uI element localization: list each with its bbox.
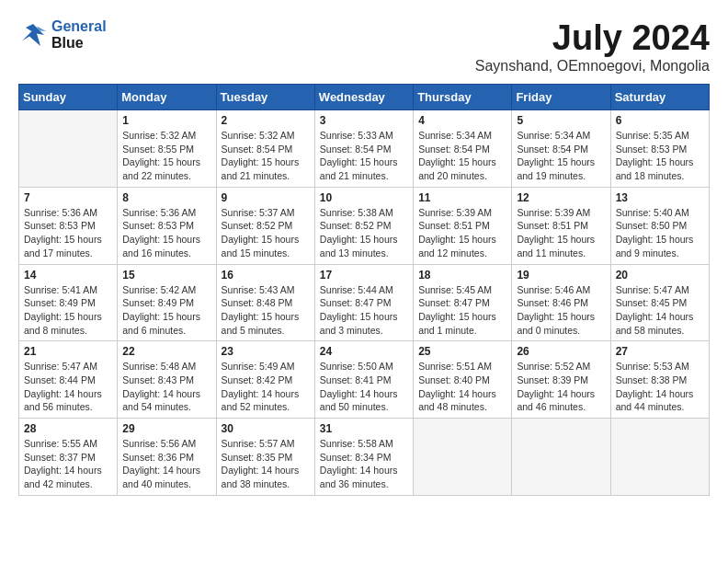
- day-info: Sunrise: 5:32 AM Sunset: 8:55 PM Dayligh…: [122, 129, 210, 183]
- calendar-table: SundayMondayTuesdayWednesdayThursdayFrid…: [18, 84, 710, 496]
- day-info: Sunrise: 5:52 AM Sunset: 8:39 PM Dayligh…: [517, 360, 605, 414]
- day-info: Sunrise: 5:45 AM Sunset: 8:47 PM Dayligh…: [418, 283, 506, 338]
- week-row-5: 28Sunrise: 5:55 AM Sunset: 8:37 PM Dayli…: [19, 419, 710, 496]
- day-number: 23: [222, 345, 310, 358]
- day-info: Sunrise: 5:34 AM Sunset: 8:54 PM Dayligh…: [517, 129, 605, 183]
- day-cell: 1Sunrise: 5:32 AM Sunset: 8:55 PM Daylig…: [118, 110, 216, 188]
- day-info: Sunrise: 5:58 AM Sunset: 8:34 PM Dayligh…: [320, 437, 408, 491]
- day-cell: 23Sunrise: 5:49 AM Sunset: 8:42 PM Dayli…: [216, 341, 314, 419]
- day-number: 1: [122, 114, 210, 127]
- page-header: General Blue July 2024 Saynshand, OEmnoe…: [18, 18, 710, 75]
- day-number: 31: [320, 422, 408, 435]
- day-cell: 29Sunrise: 5:56 AM Sunset: 8:36 PM Dayli…: [118, 419, 216, 496]
- day-number: 22: [122, 345, 210, 358]
- day-info: Sunrise: 5:51 AM Sunset: 8:40 PM Dayligh…: [418, 360, 506, 414]
- day-number: 21: [24, 345, 112, 358]
- day-cell: 3Sunrise: 5:33 AM Sunset: 8:54 PM Daylig…: [314, 110, 413, 188]
- column-header-wednesday: Wednesday: [314, 85, 413, 110]
- day-number: 15: [122, 269, 210, 282]
- day-info: Sunrise: 5:55 AM Sunset: 8:37 PM Dayligh…: [24, 437, 112, 491]
- day-info: Sunrise: 5:44 AM Sunset: 8:47 PM Dayligh…: [320, 283, 408, 338]
- logo-blue: Blue: [51, 35, 107, 52]
- day-number: 10: [320, 191, 408, 204]
- day-number: 24: [320, 345, 408, 358]
- day-info: Sunrise: 5:38 AM Sunset: 8:52 PM Dayligh…: [320, 206, 408, 260]
- day-cell: 7Sunrise: 5:36 AM Sunset: 8:53 PM Daylig…: [19, 187, 118, 264]
- day-number: 6: [616, 114, 704, 127]
- day-cell: 16Sunrise: 5:43 AM Sunset: 8:48 PM Dayli…: [216, 264, 314, 341]
- day-cell: 30Sunrise: 5:57 AM Sunset: 8:35 PM Dayli…: [216, 419, 314, 496]
- day-info: Sunrise: 5:46 AM Sunset: 8:46 PM Dayligh…: [517, 283, 605, 338]
- day-number: 13: [616, 191, 704, 204]
- day-info: Sunrise: 5:36 AM Sunset: 8:53 PM Dayligh…: [24, 206, 112, 260]
- day-cell: [19, 110, 118, 188]
- day-info: Sunrise: 5:37 AM Sunset: 8:52 PM Dayligh…: [222, 206, 310, 260]
- week-row-4: 21Sunrise: 5:47 AM Sunset: 8:44 PM Dayli…: [19, 341, 710, 419]
- column-header-tuesday: Tuesday: [216, 85, 314, 110]
- day-info: Sunrise: 5:33 AM Sunset: 8:54 PM Dayligh…: [320, 129, 408, 183]
- day-info: Sunrise: 5:57 AM Sunset: 8:35 PM Dayligh…: [222, 437, 310, 491]
- column-header-friday: Friday: [512, 85, 610, 110]
- day-number: 4: [418, 114, 506, 127]
- day-cell: 31Sunrise: 5:58 AM Sunset: 8:34 PM Dayli…: [314, 419, 413, 496]
- day-info: Sunrise: 5:41 AM Sunset: 8:49 PM Dayligh…: [24, 283, 112, 338]
- day-number: 30: [222, 422, 310, 435]
- week-row-3: 14Sunrise: 5:41 AM Sunset: 8:49 PM Dayli…: [19, 264, 710, 341]
- day-info: Sunrise: 5:39 AM Sunset: 8:51 PM Dayligh…: [517, 206, 605, 260]
- day-info: Sunrise: 5:39 AM Sunset: 8:51 PM Dayligh…: [418, 206, 506, 260]
- day-cell: 19Sunrise: 5:46 AM Sunset: 8:46 PM Dayli…: [512, 264, 610, 341]
- column-header-thursday: Thursday: [414, 85, 512, 110]
- day-cell: [512, 419, 610, 496]
- day-info: Sunrise: 5:47 AM Sunset: 8:44 PM Dayligh…: [24, 360, 112, 414]
- day-cell: 6Sunrise: 5:35 AM Sunset: 8:53 PM Daylig…: [610, 110, 709, 188]
- day-number: 17: [320, 269, 408, 282]
- day-number: 27: [616, 345, 704, 358]
- day-number: 2: [222, 114, 310, 127]
- column-header-saturday: Saturday: [610, 85, 709, 110]
- day-info: Sunrise: 5:43 AM Sunset: 8:48 PM Dayligh…: [222, 283, 310, 338]
- day-cell: 10Sunrise: 5:38 AM Sunset: 8:52 PM Dayli…: [314, 187, 413, 264]
- day-cell: 9Sunrise: 5:37 AM Sunset: 8:52 PM Daylig…: [216, 187, 314, 264]
- day-cell: 28Sunrise: 5:55 AM Sunset: 8:37 PM Dayli…: [19, 419, 118, 496]
- day-number: 9: [222, 191, 310, 204]
- day-number: 11: [418, 191, 506, 204]
- day-cell: 4Sunrise: 5:34 AM Sunset: 8:54 PM Daylig…: [414, 110, 512, 188]
- day-cell: 15Sunrise: 5:42 AM Sunset: 8:49 PM Dayli…: [118, 264, 216, 341]
- day-cell: 12Sunrise: 5:39 AM Sunset: 8:51 PM Dayli…: [512, 187, 610, 264]
- day-cell: 5Sunrise: 5:34 AM Sunset: 8:54 PM Daylig…: [512, 110, 610, 188]
- logo-general: General: [51, 18, 107, 34]
- day-cell: 25Sunrise: 5:51 AM Sunset: 8:40 PM Dayli…: [414, 341, 512, 419]
- day-info: Sunrise: 5:53 AM Sunset: 8:38 PM Dayligh…: [616, 360, 704, 414]
- day-info: Sunrise: 5:49 AM Sunset: 8:42 PM Dayligh…: [222, 360, 310, 414]
- title-block: July 2024 Saynshand, OEmnoegovi, Mongoli…: [475, 18, 710, 75]
- day-info: Sunrise: 5:32 AM Sunset: 8:54 PM Dayligh…: [222, 129, 310, 183]
- day-number: 5: [517, 114, 605, 127]
- logo-icon: [18, 20, 48, 50]
- day-number: 14: [24, 269, 112, 282]
- location-subtitle: Saynshand, OEmnoegovi, Mongolia: [475, 58, 710, 75]
- day-cell: 24Sunrise: 5:50 AM Sunset: 8:41 PM Dayli…: [314, 341, 413, 419]
- day-cell: 20Sunrise: 5:47 AM Sunset: 8:45 PM Dayli…: [610, 264, 709, 341]
- day-cell: 11Sunrise: 5:39 AM Sunset: 8:51 PM Dayli…: [414, 187, 512, 264]
- day-cell: 8Sunrise: 5:36 AM Sunset: 8:53 PM Daylig…: [118, 187, 216, 264]
- day-number: 26: [517, 345, 605, 358]
- day-cell: 27Sunrise: 5:53 AM Sunset: 8:38 PM Dayli…: [610, 341, 709, 419]
- day-info: Sunrise: 5:36 AM Sunset: 8:53 PM Dayligh…: [122, 206, 210, 260]
- day-info: Sunrise: 5:34 AM Sunset: 8:54 PM Dayligh…: [418, 129, 506, 183]
- day-info: Sunrise: 5:40 AM Sunset: 8:50 PM Dayligh…: [616, 206, 704, 260]
- logo: General Blue: [18, 18, 107, 52]
- day-cell: 26Sunrise: 5:52 AM Sunset: 8:39 PM Dayli…: [512, 341, 610, 419]
- day-cell: [610, 419, 709, 496]
- day-info: Sunrise: 5:50 AM Sunset: 8:41 PM Dayligh…: [320, 360, 408, 414]
- day-info: Sunrise: 5:42 AM Sunset: 8:49 PM Dayligh…: [122, 283, 210, 338]
- week-row-1: 1Sunrise: 5:32 AM Sunset: 8:55 PM Daylig…: [19, 110, 710, 188]
- day-number: 29: [122, 422, 210, 435]
- month-year-title: July 2024: [475, 18, 710, 58]
- day-cell: 22Sunrise: 5:48 AM Sunset: 8:43 PM Dayli…: [118, 341, 216, 419]
- day-number: 18: [418, 269, 506, 282]
- day-number: 12: [517, 191, 605, 204]
- column-header-monday: Monday: [118, 85, 216, 110]
- day-info: Sunrise: 5:47 AM Sunset: 8:45 PM Dayligh…: [616, 283, 704, 338]
- day-cell: 21Sunrise: 5:47 AM Sunset: 8:44 PM Dayli…: [19, 341, 118, 419]
- day-number: 8: [122, 191, 210, 204]
